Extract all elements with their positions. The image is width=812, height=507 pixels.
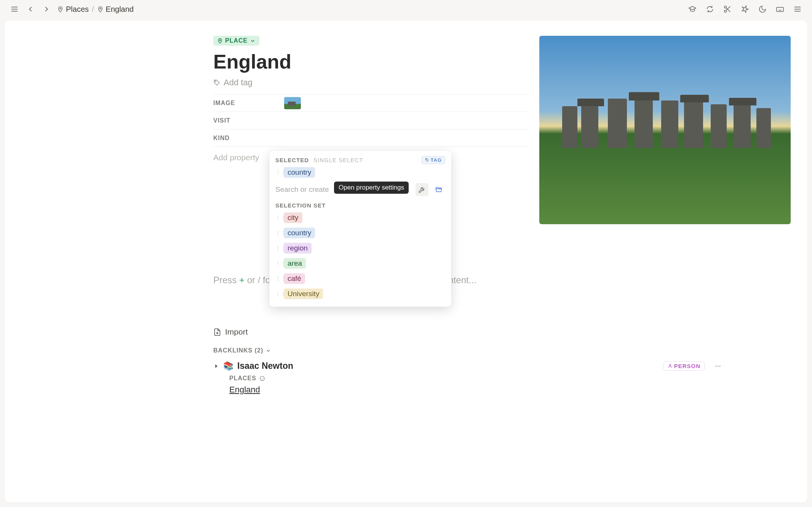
tooltip: Open property settings bbox=[334, 182, 409, 194]
property-settings-button[interactable] bbox=[416, 183, 428, 196]
svg-point-22 bbox=[669, 364, 671, 366]
svg-rect-9 bbox=[777, 7, 783, 11]
open-folder-button[interactable] bbox=[432, 183, 445, 196]
property-row-image[interactable]: IMAGE bbox=[213, 94, 529, 112]
popover-selected-label: SELECTED bbox=[275, 157, 309, 163]
pin-action-icon[interactable] bbox=[740, 4, 750, 14]
svg-point-19 bbox=[215, 81, 216, 81]
import-icon bbox=[213, 328, 221, 336]
property-label: IMAGE bbox=[213, 100, 284, 107]
svg-point-29 bbox=[426, 159, 426, 159]
content: PLACE England Add tag IMAGE VISIT bbox=[5, 21, 807, 502]
option-row[interactable]: ⋮⋮ café bbox=[274, 271, 447, 286]
sync-icon[interactable] bbox=[705, 4, 715, 14]
dots-icon bbox=[714, 363, 721, 370]
info-icon[interactable] bbox=[259, 376, 265, 381]
popover-search-row: Open property settings bbox=[274, 181, 447, 198]
backlink-title[interactable]: Isaac Newton bbox=[237, 361, 293, 371]
svg-point-4 bbox=[99, 8, 101, 9]
forward-button[interactable] bbox=[41, 4, 52, 14]
page-card: PLACE England Add tag IMAGE VISIT bbox=[5, 21, 807, 502]
tag-icon bbox=[425, 158, 429, 162]
backlinks-header[interactable]: BACKLINKS (2) bbox=[213, 347, 529, 354]
svg-point-6 bbox=[724, 10, 727, 13]
wrench-icon bbox=[418, 186, 426, 193]
person-badge-label: PERSON bbox=[674, 363, 700, 369]
drag-handle-icon[interactable]: ⋮⋮ bbox=[275, 260, 280, 266]
tag-chip-label: TAG bbox=[431, 157, 442, 163]
svg-point-23 bbox=[715, 365, 716, 367]
option-pill[interactable]: café bbox=[284, 273, 305, 284]
svg-point-3 bbox=[60, 8, 61, 9]
keyboard-icon[interactable] bbox=[775, 4, 785, 14]
option-row[interactable]: ⋮⋮ region bbox=[274, 241, 447, 256]
svg-marker-21 bbox=[215, 364, 217, 368]
svg-point-5 bbox=[724, 6, 727, 8]
breadcrumb-current[interactable]: England bbox=[97, 5, 134, 14]
chevron-down-icon bbox=[265, 348, 271, 354]
pin-icon bbox=[57, 6, 64, 13]
drag-handle-icon[interactable]: ⋮⋮ bbox=[275, 215, 280, 221]
back-button[interactable] bbox=[25, 4, 36, 14]
breadcrumb-separator: / bbox=[92, 5, 94, 14]
person-icon bbox=[668, 364, 673, 368]
graduate-icon[interactable] bbox=[687, 4, 698, 14]
pin-icon bbox=[97, 6, 104, 13]
drag-handle-icon[interactable]: ⋮⋮ bbox=[275, 276, 280, 282]
popover-type-label: SINGLE SELECT bbox=[313, 157, 363, 163]
backlink-link[interactable]: England bbox=[229, 385, 529, 395]
option-pill[interactable]: region bbox=[284, 243, 312, 254]
property-label: KIND bbox=[213, 135, 284, 142]
selected-pill[interactable]: country bbox=[284, 167, 315, 178]
drag-handle-icon[interactable]: ⋮⋮ bbox=[275, 245, 280, 251]
topbar: Places / England bbox=[0, 0, 812, 18]
tag-chip[interactable]: TAG bbox=[422, 156, 445, 164]
backlink-property-label: PLACES bbox=[229, 375, 529, 382]
selection-set-label: SELECTION SET bbox=[274, 198, 447, 210]
more-menu-icon[interactable] bbox=[792, 4, 803, 14]
drag-handle-icon[interactable]: ⋮⋮ bbox=[275, 291, 280, 297]
type-badge[interactable]: PLACE bbox=[213, 36, 259, 46]
add-tag-button[interactable]: Add tag bbox=[213, 78, 529, 88]
hamburger-menu-icon[interactable] bbox=[9, 4, 20, 14]
breadcrumb: Places / England bbox=[57, 5, 134, 14]
dark-mode-icon[interactable] bbox=[757, 4, 768, 14]
backlink-emoji-icon: 📚 bbox=[223, 361, 233, 371]
option-pill[interactable]: area bbox=[284, 258, 306, 269]
type-badge-label: PLACE bbox=[225, 37, 248, 44]
drag-handle-icon[interactable]: ⋮⋮ bbox=[275, 230, 280, 236]
property-row-visit[interactable]: VISIT bbox=[213, 112, 529, 129]
backlink-item: 📚 Isaac Newton PERSON PLACES England bbox=[213, 361, 529, 395]
caret-right-icon[interactable] bbox=[213, 363, 219, 369]
property-label: VISIT bbox=[213, 117, 284, 124]
option-pill[interactable]: country bbox=[284, 228, 315, 238]
option-row[interactable]: ⋮⋮ country bbox=[274, 225, 447, 241]
chevron-down-icon bbox=[250, 38, 256, 44]
tag-icon bbox=[213, 79, 221, 86]
selected-value-row[interactable]: ⋮⋮ country bbox=[274, 164, 447, 181]
breadcrumb-parent-label: Places bbox=[66, 5, 89, 14]
option-pill[interactable]: University bbox=[284, 289, 323, 299]
option-row[interactable]: ⋮⋮ area bbox=[274, 256, 447, 271]
more-actions-button[interactable] bbox=[712, 360, 724, 372]
svg-point-18 bbox=[219, 40, 221, 41]
person-badge[interactable]: PERSON bbox=[663, 361, 705, 371]
page-title[interactable]: England bbox=[213, 50, 529, 73]
breadcrumb-parent[interactable]: Places bbox=[57, 5, 89, 14]
popover-header: SELECTED SINGLE SELECT TAG bbox=[274, 156, 447, 164]
property-row-kind[interactable]: KIND bbox=[213, 129, 529, 147]
cover-image[interactable] bbox=[539, 36, 791, 224]
option-pill[interactable]: city bbox=[284, 212, 302, 223]
add-tag-label: Add tag bbox=[224, 78, 253, 88]
folder-open-icon bbox=[435, 186, 443, 193]
import-button[interactable]: Import bbox=[213, 327, 529, 336]
scissors-icon[interactable] bbox=[722, 4, 733, 14]
image-thumbnail[interactable] bbox=[284, 97, 301, 109]
property-value-image[interactable] bbox=[284, 97, 529, 109]
option-row[interactable]: ⋮⋮ University bbox=[274, 286, 447, 301]
breadcrumb-current-label: England bbox=[106, 5, 134, 14]
option-row[interactable]: ⋮⋮ city bbox=[274, 210, 447, 225]
backlink-title-row[interactable]: 📚 Isaac Newton PERSON bbox=[213, 361, 529, 371]
kind-popover: SELECTED SINGLE SELECT TAG ⋮⋮ country Op… bbox=[269, 151, 451, 307]
drag-handle-icon[interactable]: ⋮⋮ bbox=[275, 169, 280, 175]
